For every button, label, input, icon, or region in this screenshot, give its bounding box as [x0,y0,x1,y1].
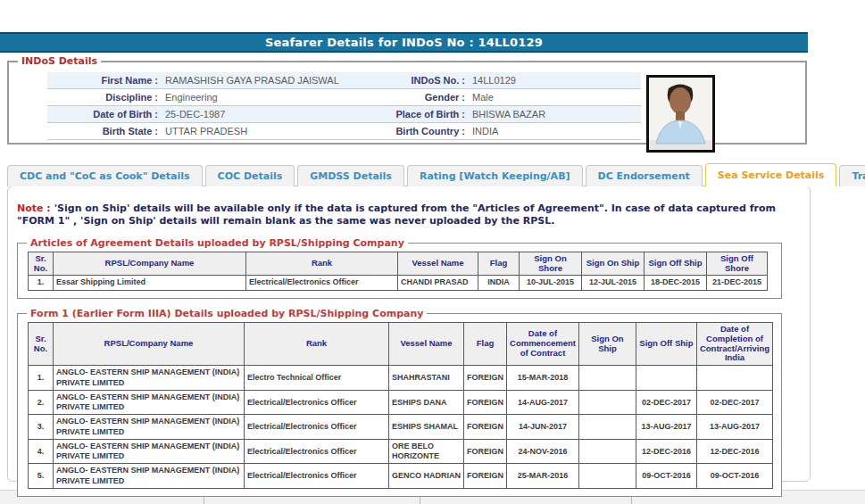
table-cell: 4. [29,439,54,464]
table-cell: Electrical/Electronics Officer [245,390,389,415]
note-text: 'Sign on Ship' details will be available… [17,202,776,227]
field-value: UTTAR PRADESH [162,123,369,139]
column-header: Rank [246,252,398,276]
field-label: Birth Country : [369,123,469,139]
column-header: Flag [478,252,520,276]
tab-cdc-and-coc-as-cook-details[interactable]: CDC and "CoC as Cook" Details [7,165,203,186]
table-cell: ESHIPS DANA [389,390,464,415]
indos-row: Birth State :UTTAR PRADESHBirth Country … [47,123,641,140]
field-label: Gender : [369,89,469,105]
field-label: Birth State : [47,123,162,139]
table-cell: 09-OCT-2016 [696,464,772,489]
table-cell: 14-JUN-2017 [507,415,579,440]
table-cell: 1. [29,366,54,391]
table-cell: ANGLO- EASTERN SHIP MANAGEMENT (INDIA) P… [54,464,245,489]
table-cell [578,366,636,391]
table-cell: FOREIGN [464,439,507,464]
page-title: Seafarer Details for INDoS No : 14LL0129 [0,32,808,53]
column-header: Sr. No. [29,322,54,366]
table-cell: 12-DEC-2016 [696,439,772,464]
table-cell: 1. [29,276,54,290]
table-cell: Electrical/Electronics Officer [245,464,389,489]
articles-of-agreement-table: Sr. No.RPSL/Company NameRankVessel NameF… [28,252,768,291]
indos-row: Date of Birth :25-DEC-1987Place of Birth… [47,106,641,123]
table-cell: 12-DEC-2016 [636,439,696,464]
table-cell: 13-AUG-2017 [636,415,696,440]
table-cell [578,415,636,440]
table-cell: 3. [29,415,54,440]
table-cell: Electrical/Electronics Officer [245,439,389,464]
table-cell: ANGLO- EASTERN SHIP MANAGEMENT (INDIA) P… [54,415,245,440]
table-cell: Electro Technical Officer [245,366,389,391]
table-cell: 12-JUL-2015 [582,276,645,290]
table-cell: 02-DEC-2017 [696,390,772,415]
note-prefix: Note : [17,202,51,214]
field-label: INDoS No. : [369,72,469,88]
table-row: 1.Essar Shipping LimitedElectrical/Elect… [29,276,768,290]
table-cell: ANGLO- EASTERN SHIP MANAGEMENT (INDIA) P… [54,366,245,391]
column-header: Vessel Name [398,252,478,276]
articles-of-agreement-fieldset: Articles of Agreement Details uploaded b… [17,237,782,299]
table-cell: 24-NOV-2016 [507,439,579,464]
table-cell: SHAHRASTANI [389,366,464,391]
table-header-row: Sr. No.RPSL/Company NameRankVessel NameF… [29,322,773,366]
table-cell: 09-OCT-2016 [636,464,696,489]
table-cell: FOREIGN [464,390,507,415]
table-cell: 25-MAR-2016 [507,464,579,489]
indos-details-legend: INDoS Details [18,55,101,67]
articles-of-agreement-legend: Articles of Agreement Details uploaded b… [27,237,408,249]
tab-sea-service-details[interactable]: Sea Service Details [705,163,837,186]
table-row: 5.ANGLO- EASTERN SHIP MANAGEMENT (INDIA)… [29,464,773,489]
field-value: 25-DEC-1987 [162,106,369,122]
table-row: 4.ANGLO- EASTERN SHIP MANAGEMENT (INDIA)… [29,439,773,464]
tab-gmdss-details[interactable]: GMDSS Details [297,165,404,186]
indos-details-grid: First Name :RAMASHISH GAYA PRASAD JAISWA… [47,72,641,140]
column-header: Date of Completion of Contract/Arriving … [696,322,772,366]
column-header: Sign Off Shore [707,252,768,276]
table-cell: ORE BELO HORIZONTE [389,439,464,464]
table-cell [636,366,696,391]
field-label: First Name : [47,72,162,88]
seafarer-photo [646,75,715,153]
table-cell: 14-AUG-2017 [507,390,579,415]
field-value: RAMASHISH GAYA PRASAD JAISWAL [162,72,369,88]
form1-table: Sr. No.RPSL/Company NameRankVessel NameF… [28,322,773,489]
table-cell: ANGLO- EASTERN SHIP MANAGEMENT (INDIA) P… [54,390,245,415]
column-header: Sign Off Ship [636,322,696,366]
table-cell [578,464,636,489]
indos-row: Discipline :EngineeringGender :Male [47,89,641,106]
column-header: RPSL/Company Name [54,322,245,366]
tab-training-details[interactable]: Training Details [839,165,865,186]
column-header: Sign On Ship [582,252,645,276]
field-value: Male [469,89,641,105]
table-cell: 10-JUL-2015 [520,276,582,290]
tab-bar: CDC and "CoC as Cook" DetailsCOC Details… [7,165,811,186]
table-cell: Electrical/Electronics Officer [245,415,389,440]
tab-coc-details[interactable]: COC Details [205,165,295,186]
table-cell [578,439,636,464]
page: Seafarer Details for INDoS No : 14LL0129… [0,0,865,504]
table-cell: GENCO HADRIAN [389,464,464,489]
form1-fieldset: Form 1 (Earlier Form IIIA) Details uploa… [17,308,782,497]
table-cell: FOREIGN [464,415,507,440]
table-cell: 13-AUG-2017 [696,415,772,440]
table-cell: ANGLO- EASTERN SHIP MANAGEMENT (INDIA) P… [54,439,245,464]
field-label: Place of Birth : [369,106,469,122]
table-cell: CHANDI PRASAD [398,276,478,290]
column-header: Date of Commencement of Contract [507,322,579,366]
column-header: Sign On Ship [578,322,636,366]
column-header: Rank [245,322,389,366]
table-cell: 5. [29,464,54,489]
table-cell: 15-MAR-2018 [507,366,579,391]
table-row: 1.ANGLO- EASTERN SHIP MANAGEMENT (INDIA)… [29,366,773,391]
tab-rating-watch-keeping-ab[interactable]: Rating [Watch Keeping/AB] [407,165,583,186]
indos-details-body: First Name :RAMASHISH GAYA PRASAD JAISWA… [14,70,800,153]
column-header: Sr. No. [29,252,54,276]
column-header: Vessel Name [389,322,464,366]
table-cell: INDIA [478,276,520,290]
tab-content-panel: Note :'Sign on Ship' details will be ava… [7,186,811,482]
table-cell: 18-DEC-2015 [645,276,707,290]
column-header: RPSL/Company Name [54,252,246,276]
tab-dc-endorsement[interactable]: DC Endorsement [586,165,703,186]
table-cell: FOREIGN [464,366,507,391]
